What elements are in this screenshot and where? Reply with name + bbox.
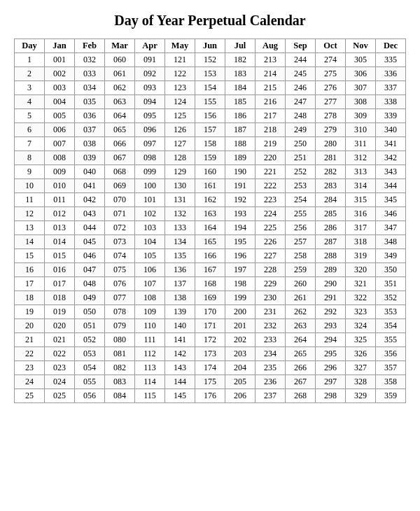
day-value: 032 <box>75 53 105 67</box>
day-value: 096 <box>135 123 165 137</box>
day-value: 348 <box>376 235 406 249</box>
day-value: 168 <box>195 277 225 291</box>
table-row: 14014045073104134165195226257287318348 <box>15 235 406 249</box>
day-value: 353 <box>376 305 406 319</box>
day-value: 216 <box>255 95 286 109</box>
day-value: 291 <box>316 291 346 305</box>
day-value: 043 <box>75 207 105 221</box>
day-value: 293 <box>316 319 346 333</box>
day-number: 20 <box>15 319 45 333</box>
day-value: 195 <box>225 235 255 249</box>
day-value: 102 <box>135 207 165 221</box>
table-row: 2002033061092122153183214245275306336 <box>15 67 406 81</box>
day-value: 197 <box>225 263 255 277</box>
day-value: 251 <box>286 151 316 165</box>
day-value: 036 <box>75 109 105 123</box>
day-value: 122 <box>165 67 195 81</box>
day-value: 192 <box>225 193 255 207</box>
day-value: 329 <box>346 389 376 403</box>
day-value: 014 <box>45 235 75 249</box>
day-value: 327 <box>346 361 376 375</box>
column-header-nov: Nov <box>346 39 376 53</box>
day-value: 296 <box>316 361 346 375</box>
day-value: 078 <box>105 305 135 319</box>
day-value: 073 <box>105 235 135 249</box>
day-value: 347 <box>376 221 406 235</box>
day-value: 260 <box>286 277 316 291</box>
day-value: 144 <box>165 375 195 389</box>
day-value: 203 <box>225 347 255 361</box>
day-value: 279 <box>316 123 346 137</box>
day-value: 344 <box>376 179 406 193</box>
day-value: 257 <box>286 235 316 249</box>
day-value: 111 <box>135 333 165 347</box>
page-title: Day of Year Perpetual Calendar <box>14 13 406 29</box>
day-value: 064 <box>105 109 135 123</box>
day-value: 132 <box>165 207 195 221</box>
day-value: 246 <box>286 81 316 95</box>
day-value: 346 <box>376 207 406 221</box>
day-value: 235 <box>255 361 286 375</box>
day-value: 311 <box>346 137 376 151</box>
day-value: 125 <box>165 109 195 123</box>
table-row: 23023054082113143174204235266296327357 <box>15 361 406 375</box>
day-value: 214 <box>255 67 286 81</box>
day-number: 16 <box>15 263 45 277</box>
day-value: 163 <box>195 207 225 221</box>
table-row: 5005036064095125156186217248278309339 <box>15 109 406 123</box>
day-number: 2 <box>15 67 45 81</box>
day-value: 233 <box>255 333 286 347</box>
day-value: 113 <box>135 361 165 375</box>
day-value: 190 <box>225 165 255 179</box>
day-value: 175 <box>195 375 225 389</box>
day-value: 074 <box>105 249 135 263</box>
column-header-aug: Aug <box>255 39 286 53</box>
day-value: 159 <box>195 151 225 165</box>
day-value: 176 <box>195 389 225 403</box>
day-value: 052 <box>75 333 105 347</box>
day-value: 281 <box>316 151 346 165</box>
day-value: 244 <box>286 53 316 67</box>
day-value: 321 <box>346 277 376 291</box>
day-value: 194 <box>225 221 255 235</box>
table-row: 24024055083114144175205236267297328358 <box>15 375 406 389</box>
day-value: 162 <box>195 193 225 207</box>
page-container: Day of Year Perpetual Calendar DayJanFeb… <box>0 0 420 410</box>
day-value: 155 <box>195 95 225 109</box>
day-value: 196 <box>225 249 255 263</box>
day-value: 138 <box>165 291 195 305</box>
day-value: 131 <box>165 193 195 207</box>
day-value: 140 <box>165 319 195 333</box>
day-value: 263 <box>286 319 316 333</box>
day-value: 315 <box>346 193 376 207</box>
day-value: 217 <box>255 109 286 123</box>
day-value: 339 <box>376 109 406 123</box>
day-value: 019 <box>45 305 75 319</box>
day-value: 354 <box>376 319 406 333</box>
day-value: 134 <box>165 235 195 249</box>
day-value: 105 <box>135 249 165 263</box>
table-row: 15015046074105135166196227258288319349 <box>15 249 406 263</box>
day-value: 310 <box>346 123 376 137</box>
day-value: 003 <box>45 81 75 95</box>
day-value: 254 <box>286 193 316 207</box>
day-value: 072 <box>105 221 135 235</box>
day-value: 289 <box>316 263 346 277</box>
table-row: 18018049077108138169199230261291322352 <box>15 291 406 305</box>
day-value: 152 <box>195 53 225 67</box>
day-value: 156 <box>195 109 225 123</box>
day-value: 249 <box>286 123 316 137</box>
day-value: 137 <box>165 277 195 291</box>
day-value: 253 <box>286 179 316 193</box>
day-number: 11 <box>15 193 45 207</box>
day-value: 352 <box>376 291 406 305</box>
day-value: 115 <box>135 389 165 403</box>
table-row: 1001032060091121152182213244274305335 <box>15 53 406 67</box>
day-value: 316 <box>346 207 376 221</box>
day-value: 264 <box>286 333 316 347</box>
day-value: 258 <box>286 249 316 263</box>
day-value: 318 <box>346 235 376 249</box>
column-header-jun: Jun <box>195 39 225 53</box>
day-value: 084 <box>105 389 135 403</box>
table-row: 4004035063094124155185216247277308338 <box>15 95 406 109</box>
